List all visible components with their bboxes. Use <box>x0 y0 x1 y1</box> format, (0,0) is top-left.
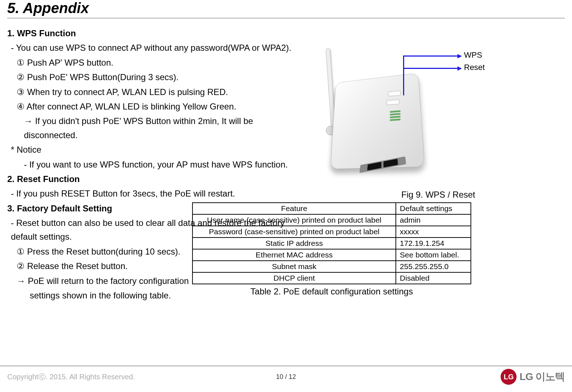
wps-notice-heading: * Notice <box>7 143 308 157</box>
cell-value: 172.19.1.254 <box>396 238 471 249</box>
device-illustration <box>319 51 428 174</box>
table-caption: Table 2. PoE default configuration setti… <box>192 286 471 297</box>
table-header-feature: Feature <box>192 203 396 214</box>
callout-arrow-reset <box>403 68 461 69</box>
cell-value: See bottom label. <box>396 249 471 261</box>
callout-line <box>403 55 404 95</box>
wps-step-4: ④ After connect AP, WLAN LED is blinking… <box>7 100 308 114</box>
default-settings-table: Feature Default settings User name (case… <box>192 202 471 284</box>
figure-caption: Fig 9. WPS / Reset <box>312 190 565 200</box>
cell-feature: Static IP address <box>192 238 396 249</box>
default-settings-table-block: Feature Default settings User name (case… <box>192 202 471 297</box>
cell-feature: Subnet mask <box>192 261 396 272</box>
device-figure: WPS Reset <box>319 37 489 182</box>
wps-note-arrow: → If you didn't push PoE' WPS Button wit… <box>7 114 308 142</box>
cell-feature: DHCP client <box>192 272 396 284</box>
cell-value: 255.255.255.0 <box>396 261 471 272</box>
callout-label-reset: Reset <box>464 63 485 72</box>
callout-arrow-wps <box>403 55 461 57</box>
table-row: DHCP clientDisabled <box>192 272 471 284</box>
cell-feature: Password (case-sensitive) printed on pro… <box>192 226 396 238</box>
company-logo: LG LG 이노텍 <box>501 369 565 385</box>
table-row: Ethernet MAC addressSee bottom label. <box>192 249 471 261</box>
table-row: User name (case-sensitive) printed on pr… <box>192 214 471 226</box>
wps-step-3: ③ When try to connect AP, WLAN LED is pu… <box>7 85 308 99</box>
cell-feature: Ethernet MAC address <box>192 249 396 261</box>
wps-step-2: ② Push PoE' WPS Button(During 3 secs). <box>7 70 308 84</box>
callout-label-wps: WPS <box>464 50 482 60</box>
reset-body: - If you push RESET Button for 3secs, th… <box>7 187 308 201</box>
wps-heading: 1. WPS Function <box>7 26 308 40</box>
cell-value: xxxxx <box>396 226 471 238</box>
table-row: Feature Default settings <box>192 203 471 214</box>
page-title: 5. Appendix <box>7 0 565 18</box>
table-header-default: Default settings <box>396 203 471 214</box>
reset-heading: 2. Reset Function <box>7 172 308 186</box>
lg-logo-text: LG 이노텍 <box>519 370 565 384</box>
copyright-text: Copyrightⓒ. 2015. All Rights Reserved. <box>7 372 135 382</box>
wps-intro: - You can use WPS to connect AP without … <box>7 41 308 55</box>
table-row: Password (case-sensitive) printed on pro… <box>192 226 471 238</box>
wps-step-1: ① Push AP' WPS button. <box>7 56 308 70</box>
table-row: Static IP address172.19.1.254 <box>192 238 471 249</box>
cell-feature: User name (case-sensitive) printed on pr… <box>192 214 396 226</box>
cell-value: Disabled <box>396 272 471 284</box>
page-footer: Copyrightⓒ. 2015. All Rights Reserved. 1… <box>0 365 572 385</box>
page-number: 10 / 12 <box>276 373 296 381</box>
cell-value: admin <box>396 214 471 226</box>
table-row: Subnet mask255.255.255.0 <box>192 261 471 272</box>
wps-notice-body: - If you want to use WPS function, your … <box>7 158 308 172</box>
lg-logo-icon: LG <box>501 369 517 385</box>
